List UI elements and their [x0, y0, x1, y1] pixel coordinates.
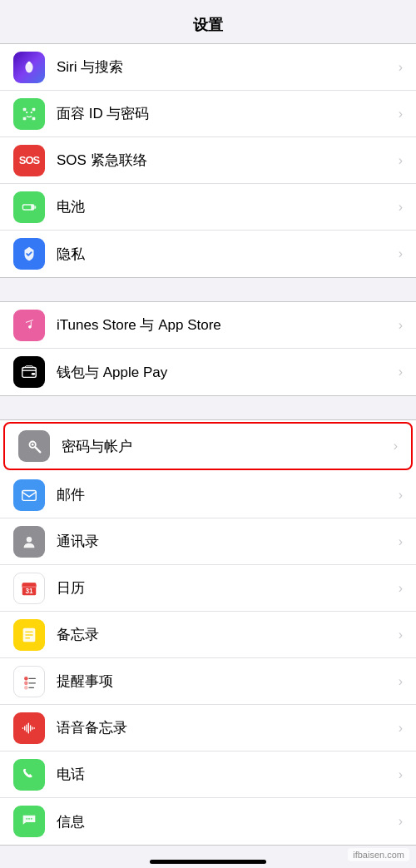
settings-item-itunes[interactable]: iTunes Store 与 App Store › — [0, 302, 416, 349]
faceid-label: 面容 ID 与密码 — [57, 104, 392, 123]
svg-rect-3 — [32, 107, 36, 111]
siri-icon — [13, 52, 45, 83]
siri-chevron: › — [399, 60, 403, 75]
settings-item-reminders[interactable]: 提醒事项 › — [0, 658, 416, 705]
password-label: 密码与帐户 — [62, 437, 387, 456]
voice-chevron: › — [399, 721, 403, 736]
calendar-chevron: › — [399, 581, 403, 596]
home-indicator — [150, 860, 266, 864]
messages-icon — [13, 806, 45, 837]
svg-point-42 — [28, 818, 30, 820]
sos-label: SOS 紧急联络 — [57, 151, 392, 170]
reminders-label: 提醒事项 — [57, 672, 392, 691]
itunes-label: iTunes Store 与 App Store — [57, 315, 392, 335]
notes-label: 备忘录 — [57, 625, 392, 644]
svg-rect-38 — [30, 725, 31, 731]
password-chevron: › — [394, 439, 398, 454]
calendar-label: 日历 — [57, 578, 392, 598]
svg-point-43 — [31, 818, 32, 820]
settings-group-2: iTunes Store 与 App Store › 钱包与 Apple Pay… — [0, 301, 416, 396]
settings-item-wallet[interactable]: 钱包与 Apple Pay › — [0, 349, 416, 395]
settings-group-1: Siri 与搜索 › 面容 ID 与密码 › SOS — [0, 43, 416, 278]
settings-item-calendar[interactable]: 31 日历 › — [0, 565, 416, 612]
itunes-chevron: › — [399, 318, 403, 333]
svg-rect-11 — [23, 318, 36, 332]
faceid-icon — [13, 98, 45, 130]
sos-chevron: › — [399, 153, 403, 168]
settings-list-2: iTunes Store 与 App Store › 钱包与 Apple Pay… — [0, 301, 416, 396]
settings-item-faceid[interactable]: 面容 ID 与密码 › — [0, 91, 416, 137]
mail-chevron: › — [399, 488, 403, 503]
contacts-icon — [13, 526, 45, 558]
settings-item-battery[interactable]: 电池 › — [0, 184, 416, 231]
contacts-label: 通讯录 — [57, 532, 392, 551]
svg-rect-36 — [26, 724, 27, 732]
wallet-icon — [13, 356, 45, 388]
notes-chevron: › — [399, 627, 403, 642]
section-gap-2 — [0, 396, 416, 419]
voice-icon — [13, 712, 45, 744]
wallet-label: 钱包与 Apple Pay — [57, 363, 392, 382]
svg-point-15 — [32, 444, 34, 446]
reminders-icon — [13, 666, 45, 697]
reminders-chevron: › — [399, 674, 403, 689]
svg-point-17 — [27, 537, 32, 542]
svg-point-6 — [26, 112, 27, 113]
messages-label: 信息 — [57, 812, 392, 831]
svg-rect-4 — [23, 117, 27, 120]
svg-text:31: 31 — [25, 588, 33, 595]
settings-item-messages[interactable]: 信息 › — [0, 798, 416, 845]
voice-label: 语音备忘录 — [57, 718, 392, 737]
svg-point-1 — [27, 61, 31, 64]
svg-rect-9 — [34, 206, 36, 209]
svg-rect-13 — [32, 373, 36, 375]
svg-rect-34 — [22, 727, 23, 729]
faceid-chevron: › — [399, 107, 403, 122]
calendar-icon: 31 — [13, 573, 45, 604]
privacy-chevron: › — [399, 246, 403, 261]
svg-point-29 — [24, 681, 28, 685]
svg-rect-12 — [22, 368, 37, 378]
privacy-label: 隐私 — [57, 245, 392, 264]
svg-point-30 — [24, 686, 28, 690]
phone-chevron: › — [399, 767, 403, 782]
mail-label: 邮件 — [57, 485, 392, 504]
messages-chevron: › — [399, 814, 403, 829]
settings-item-phone[interactable]: 电话 › — [0, 751, 416, 798]
settings-item-siri[interactable]: Siri 与搜索 › — [0, 44, 416, 91]
battery-icon — [13, 191, 45, 223]
mail-icon — [13, 479, 45, 511]
svg-rect-10 — [23, 205, 31, 209]
settings-item-mail[interactable]: 邮件 › — [0, 472, 416, 518]
watermark: ifbaisen.com — [348, 848, 409, 861]
svg-rect-40 — [34, 727, 35, 729]
svg-rect-35 — [24, 726, 25, 731]
phone-label: 电话 — [57, 765, 392, 784]
battery-chevron: › — [399, 200, 403, 215]
settings-item-privacy[interactable]: 隐私 › — [0, 231, 416, 277]
settings-list-1: Siri 与搜索 › 面容 ID 与密码 › SOS — [0, 43, 416, 278]
svg-rect-16 — [22, 490, 37, 500]
svg-rect-2 — [23, 107, 27, 111]
svg-rect-37 — [28, 722, 29, 733]
svg-point-7 — [31, 112, 32, 113]
privacy-icon — [13, 238, 45, 270]
svg-rect-22 — [22, 583, 37, 587]
settings-item-voice[interactable]: 语音备忘录 › — [0, 705, 416, 751]
svg-point-41 — [26, 818, 27, 820]
password-icon — [18, 430, 50, 462]
svg-rect-5 — [32, 117, 36, 120]
settings-list-3: 密码与帐户 › 邮件 › 通讯录 › — [0, 419, 416, 846]
svg-point-28 — [24, 677, 28, 681]
notes-icon — [13, 619, 45, 651]
settings-item-password[interactable]: 密码与帐户 › — [3, 422, 413, 470]
settings-item-sos[interactable]: SOS SOS 紧急联络 › — [0, 137, 416, 184]
itunes-icon — [13, 310, 45, 341]
section-gap-1 — [0, 278, 416, 301]
svg-rect-39 — [32, 727, 32, 730]
sos-icon: SOS — [13, 145, 45, 176]
settings-item-notes[interactable]: 备忘录 › — [0, 612, 416, 658]
settings-item-contacts[interactable]: 通讯录 › — [0, 518, 416, 565]
page-title: 设置 — [0, 0, 416, 43]
battery-label: 电池 — [57, 197, 392, 216]
